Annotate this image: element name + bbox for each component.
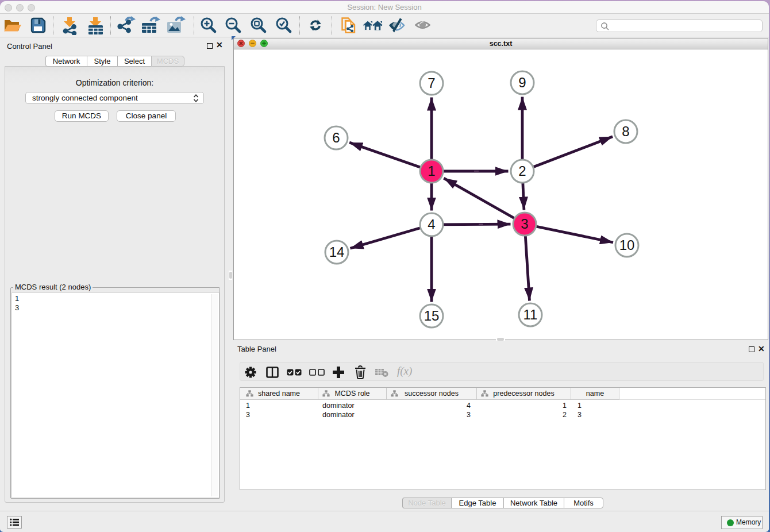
svg-text:4: 4 [428, 217, 435, 232]
svg-text:2: 2 [518, 163, 526, 179]
svg-text:15: 15 [424, 308, 440, 323]
svg-text:11: 11 [523, 307, 538, 322]
svg-text:9: 9 [518, 75, 526, 90]
svg-text:7: 7 [428, 75, 435, 91]
svg-text:3: 3 [521, 216, 528, 232]
svg-text:1: 1 [428, 163, 435, 179]
svg-text:10: 10 [619, 237, 635, 253]
svg-text:6: 6 [332, 130, 340, 145]
svg-text:8: 8 [622, 124, 629, 139]
svg-text:14: 14 [329, 244, 345, 260]
